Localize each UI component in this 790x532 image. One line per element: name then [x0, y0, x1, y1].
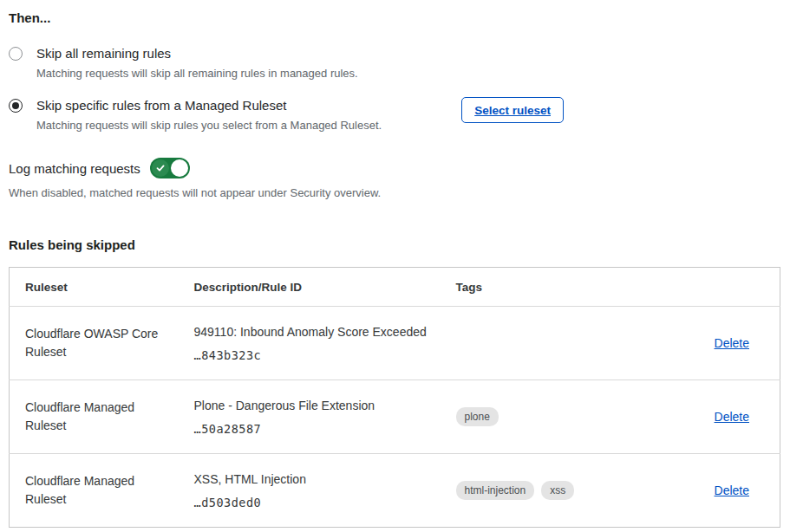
rule-id: …d503ded0 — [194, 496, 441, 509]
managed-rules-skip-panel: Then... Skip all remaining rules Matchin… — [0, 0, 790, 528]
ruleset-name: Cloudflare Managed Ruleset — [10, 454, 179, 528]
then-heading: Then... — [9, 10, 780, 25]
option-skip-all-rules[interactable]: Skip all remaining rules Matching reques… — [9, 44, 564, 81]
option-text-block: Skip all remaining rules Matching reques… — [36, 44, 358, 81]
table-row: Cloudflare OWASP Core Ruleset 949110: In… — [10, 307, 780, 380]
option-description: Matching requests will skip rules you se… — [36, 118, 382, 133]
delete-link[interactable]: Delete — [715, 410, 749, 424]
rule-description: Plone - Dangerous File Extension — [194, 398, 441, 414]
rule-action-cell: Delete — [676, 380, 780, 454]
option-description: Matching requests will skip all remainin… — [36, 66, 358, 81]
rule-tags-cell — [441, 307, 676, 380]
select-ruleset-button[interactable]: Select ruleset — [461, 97, 564, 123]
ruleset-name: Cloudflare OWASP Core Ruleset — [10, 307, 179, 380]
toggle-knob[interactable] — [171, 159, 188, 177]
tag-pill: xss — [541, 481, 574, 500]
rules-being-skipped-heading: Rules being skipped — [9, 237, 780, 252]
ruleset-name: Cloudflare Managed Ruleset — [10, 380, 179, 454]
log-matching-toggle[interactable] — [150, 158, 190, 178]
rule-description-cell: XSS, HTML Injection …d503ded0 — [179, 454, 441, 528]
rule-tags-cell: html-injectionxss — [441, 454, 676, 528]
rule-description-cell: Plone - Dangerous File Extension …50a285… — [179, 380, 441, 454]
log-matching-help-text: When disabled, matched requests will not… — [9, 186, 780, 199]
column-header-description: Description/Rule ID — [179, 268, 441, 307]
option-text-block: Skip specific rules from a Managed Rules… — [36, 96, 382, 133]
column-header-actions — [676, 268, 780, 307]
table-row: Cloudflare Managed Ruleset XSS, HTML Inj… — [10, 454, 780, 528]
rule-id: …843b323c — [194, 348, 441, 362]
check-icon — [152, 159, 169, 177]
tag-pill: html-injection — [456, 481, 535, 500]
rule-action-cell: Delete — [676, 307, 780, 380]
table-body: Cloudflare OWASP Core Ruleset 949110: In… — [10, 307, 780, 528]
option-label: Skip specific rules from a Managed Rules… — [36, 96, 382, 114]
log-matching-row: Log matching requests — [9, 158, 780, 178]
rule-description-cell: 949110: Inbound Anomaly Score Exceeded …… — [179, 307, 441, 380]
table-row: Cloudflare Managed Ruleset Plone - Dange… — [10, 380, 780, 454]
skipped-rules-table: Ruleset Description/Rule ID Tags Cloudfl… — [9, 267, 780, 528]
column-header-tags: Tags — [441, 268, 676, 307]
rule-description: XSS, HTML Injection — [194, 471, 441, 488]
delete-link[interactable]: Delete — [715, 483, 749, 497]
rule-action-cell: Delete — [676, 454, 780, 528]
rule-tags-cell: plone — [441, 380, 676, 454]
rule-id: …50a28587 — [194, 422, 441, 436]
delete-link[interactable]: Delete — [715, 336, 749, 350]
log-matching-label: Log matching requests — [9, 161, 140, 176]
tag-pill: plone — [456, 407, 499, 426]
rule-description: 949110: Inbound Anomaly Score Exceeded — [194, 324, 441, 341]
radio-selected-icon[interactable] — [9, 99, 23, 113]
radio-unselected-icon[interactable] — [9, 47, 23, 61]
option-label: Skip all remaining rules — [36, 44, 358, 62]
column-header-ruleset: Ruleset — [10, 268, 179, 307]
table-header: Ruleset Description/Rule ID Tags — [10, 268, 780, 307]
option-skip-specific-rules[interactable]: Skip specific rules from a Managed Rules… — [9, 96, 564, 133]
radio-dot — [12, 102, 19, 109]
